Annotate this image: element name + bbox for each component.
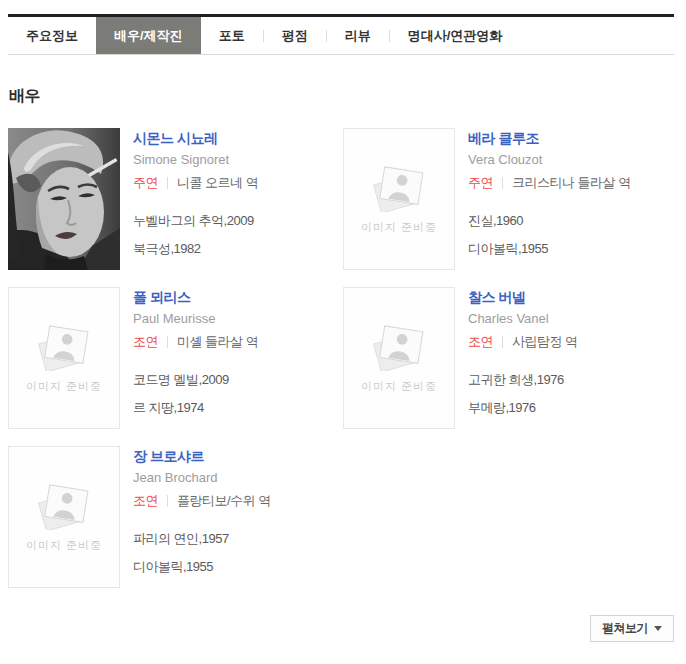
filmography: 누벨바그의 추억,2009 북극성,1982	[133, 207, 258, 263]
placeholder-label: 이미지 준비중	[26, 379, 102, 394]
filmography: 코드명 멜빌,2009 르 지땅,1974	[133, 366, 258, 422]
actor-role: 크리스티나 들라살 역	[512, 174, 631, 192]
film-entry: 진실,1960	[468, 207, 631, 235]
actor-role: 사립탐정 역	[512, 333, 578, 351]
actor-name-link[interactable]: 장 브로샤르	[133, 447, 204, 465]
placeholder-label: 이미지 준비중	[26, 538, 102, 553]
section-title-actors: 배우	[9, 86, 674, 107]
divider	[502, 177, 503, 189]
actor-role: 니콜 오르네 역	[177, 174, 258, 192]
actor-photo-placeholder[interactable]: 이미지 준비중	[8, 446, 120, 588]
actor-role: 플랑티보/수위 역	[177, 492, 271, 510]
actor-info: 찰스 버넬 Charles Vanel 조연 사립탐정 역 고귀한 희생,197…	[468, 287, 578, 429]
actor-name-en: Jean Brochard	[133, 469, 271, 486]
actor-card: 이미지 준비중 폴 뫼리스 Paul Meurisse 조연 미셸 들라살 역 …	[8, 287, 343, 429]
tab-bar: 주요정보 배우/제작진 포토 평점 리뷰 명대사/연관영화	[8, 14, 674, 55]
actor-card: 이미지 준비중 장 브로샤르 Jean Brochard 조연 플랑티보/수위 …	[8, 446, 343, 588]
divider	[167, 336, 168, 348]
film-entry: 누벨바그의 추억,2009	[133, 207, 258, 235]
placeholder-label: 이미지 준비중	[361, 379, 437, 394]
divider	[502, 336, 503, 348]
expand-view-label: 펼쳐보기	[602, 620, 648, 637]
cast-part-label: 조연	[133, 333, 158, 351]
actor-info: 폴 뫼리스 Paul Meurisse 조연 미셸 들라살 역 코드명 멜빌,2…	[133, 287, 258, 429]
role-line: 조연 미셸 들라살 역	[133, 333, 258, 351]
actor-card: 이미지 준비중 찰스 버넬 Charles Vanel 조연 사립탐정 역 고귀…	[343, 287, 674, 429]
actor-name-link[interactable]: 찰스 버넬	[468, 288, 525, 306]
filmography: 진실,1960 디아볼릭,1955	[468, 207, 631, 263]
divider	[167, 177, 168, 189]
role-line: 주연 니콜 오르네 역	[133, 174, 258, 192]
role-line: 주연 크리스티나 들라살 역	[468, 174, 631, 192]
actor-name-en: Simone Signoret	[133, 151, 258, 168]
expand-view-button[interactable]: 펼쳐보기	[590, 615, 674, 642]
actor-info: 시몬느 시뇨레 Simone Signoret 주연 니콜 오르네 역 누벨바그…	[133, 128, 258, 270]
tab-photo[interactable]: 포토	[201, 17, 263, 54]
tab-review[interactable]: 리뷰	[327, 17, 389, 54]
placeholder-label: 이미지 준비중	[361, 220, 437, 235]
cast-part-label: 주연	[133, 174, 158, 192]
filmography: 파리의 연인,1957 디아볼릭,1955	[133, 525, 271, 581]
cast-page: 주요정보 배우/제작진 포토 평점 리뷰 명대사/연관영화 배우	[0, 0, 686, 642]
role-line: 조연 플랑티보/수위 역	[133, 492, 271, 510]
cast-part-label: 조연	[468, 333, 493, 351]
cast-part-label: 조연	[133, 492, 158, 510]
actor-card: 시몬느 시뇨레 Simone Signoret 주연 니콜 오르네 역 누벨바그…	[8, 128, 343, 270]
divider	[167, 495, 168, 507]
image-placeholder-icon	[370, 323, 428, 371]
actor-info: 베라 클루조 Vera Clouzot 주연 크리스티나 들라살 역 진실,19…	[468, 128, 631, 270]
actor-photo-placeholder[interactable]: 이미지 준비중	[8, 287, 120, 429]
cast-part-label: 주연	[468, 174, 493, 192]
actor-card-grid: 시몬느 시뇨레 Simone Signoret 주연 니콜 오르네 역 누벨바그…	[8, 128, 674, 588]
actor-name-en: Charles Vanel	[468, 310, 578, 327]
tab-quotes-related[interactable]: 명대사/연관영화	[390, 17, 521, 54]
film-entry: 코드명 멜빌,2009	[133, 366, 258, 394]
film-entry: 르 지땅,1974	[133, 394, 258, 422]
film-entry: 북극성,1982	[133, 235, 258, 263]
footer-actions: 펼쳐보기	[8, 615, 674, 642]
tab-cast-crew[interactable]: 배우/제작진	[96, 17, 201, 54]
actor-name-link[interactable]: 시몬느 시뇨레	[133, 129, 217, 147]
actor-card: 이미지 준비중 베라 클루조 Vera Clouzot 주연 크리스티나 들라살…	[343, 128, 674, 270]
actor-info: 장 브로샤르 Jean Brochard 조연 플랑티보/수위 역 파리의 연인…	[133, 446, 271, 588]
actor-name-link[interactable]: 베라 클루조	[468, 129, 539, 147]
actor-name-en: Paul Meurisse	[133, 310, 258, 327]
film-entry: 파리의 연인,1957	[133, 525, 271, 553]
tab-rating[interactable]: 평점	[264, 17, 326, 54]
chevron-down-icon	[654, 626, 662, 631]
image-placeholder-icon	[35, 323, 93, 371]
image-placeholder-icon	[370, 164, 428, 212]
actor-photo-placeholder[interactable]: 이미지 준비중	[343, 128, 455, 270]
actor-photo-placeholder[interactable]: 이미지 준비중	[343, 287, 455, 429]
image-placeholder-icon	[35, 482, 93, 530]
film-entry: 부메랑,1976	[468, 394, 578, 422]
actor-name-link[interactable]: 폴 뫼리스	[133, 288, 190, 306]
actor-photo[interactable]	[8, 128, 120, 270]
film-entry: 디아볼릭,1955	[468, 235, 631, 263]
role-line: 조연 사립탐정 역	[468, 333, 578, 351]
tab-main-info[interactable]: 주요정보	[8, 17, 96, 54]
filmography: 고귀한 희생,1976 부메랑,1976	[468, 366, 578, 422]
film-entry: 디아볼릭,1955	[133, 553, 271, 581]
portrait-image	[8, 128, 120, 270]
actor-name-en: Vera Clouzot	[468, 151, 631, 168]
actor-role: 미셸 들라살 역	[177, 333, 258, 351]
film-entry: 고귀한 희생,1976	[468, 366, 578, 394]
